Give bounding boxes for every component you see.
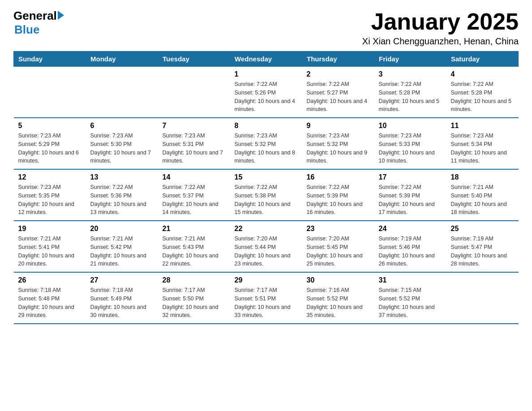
day-number: 7 [163, 122, 226, 130]
day-info: Sunrise: 7:23 AMSunset: 5:29 PMDaylight:… [18, 132, 82, 165]
calendar-cell: 1Sunrise: 7:22 AMSunset: 5:26 PMDaylight… [230, 67, 302, 118]
title-section: January 2025 Xi Xian Chengguanzhen, Hena… [362, 9, 519, 47]
day-info: Sunrise: 7:22 AMSunset: 5:28 PMDaylight:… [379, 80, 442, 114]
calendar-cell: 16Sunrise: 7:22 AMSunset: 5:39 PMDayligh… [302, 169, 374, 221]
day-number: 9 [307, 122, 370, 130]
calendar-cell: 26Sunrise: 7:18 AMSunset: 5:48 PMDayligh… [14, 272, 86, 324]
weekday-header-monday: Monday [86, 51, 158, 67]
calendar-cell: 6Sunrise: 7:23 AMSunset: 5:30 PMDaylight… [86, 118, 158, 169]
day-info: Sunrise: 7:19 AMSunset: 5:47 PMDaylight:… [451, 235, 514, 268]
calendar-cell: 15Sunrise: 7:22 AMSunset: 5:38 PMDayligh… [230, 169, 302, 221]
day-number: 22 [235, 225, 298, 233]
calendar-cell: 17Sunrise: 7:22 AMSunset: 5:39 PMDayligh… [374, 169, 446, 221]
day-number: 15 [235, 173, 298, 181]
calendar-cell: 30Sunrise: 7:16 AMSunset: 5:52 PMDayligh… [302, 272, 374, 324]
logo-general-text: General [13, 9, 57, 23]
day-number: 26 [18, 276, 82, 284]
day-info: Sunrise: 7:18 AMSunset: 5:48 PMDaylight:… [18, 286, 82, 320]
calendar-cell: 2Sunrise: 7:22 AMSunset: 5:27 PMDaylight… [302, 67, 374, 118]
day-number: 25 [451, 225, 514, 233]
day-number: 27 [90, 276, 154, 284]
calendar-table: SundayMondayTuesdayWednesdayThursdayFrid… [13, 51, 519, 324]
day-info: Sunrise: 7:21 AMSunset: 5:43 PMDaylight:… [163, 235, 226, 268]
calendar-cell: 13Sunrise: 7:22 AMSunset: 5:36 PMDayligh… [86, 169, 158, 221]
day-info: Sunrise: 7:18 AMSunset: 5:49 PMDaylight:… [90, 286, 154, 320]
logo-blue-text: Blue [14, 23, 64, 37]
calendar-cell: 24Sunrise: 7:19 AMSunset: 5:46 PMDayligh… [374, 221, 446, 272]
calendar-cell: 28Sunrise: 7:17 AMSunset: 5:50 PMDayligh… [158, 272, 230, 324]
day-info: Sunrise: 7:23 AMSunset: 5:32 PMDaylight:… [307, 132, 370, 165]
weekday-header-row: SundayMondayTuesdayWednesdayThursdayFrid… [14, 51, 519, 67]
day-info: Sunrise: 7:20 AMSunset: 5:45 PMDaylight:… [307, 235, 370, 268]
day-number: 12 [18, 173, 82, 181]
calendar-cell [14, 67, 86, 118]
day-info: Sunrise: 7:17 AMSunset: 5:51 PMDaylight:… [235, 286, 298, 320]
calendar-cell: 27Sunrise: 7:18 AMSunset: 5:49 PMDayligh… [86, 272, 158, 324]
calendar-cell: 14Sunrise: 7:22 AMSunset: 5:37 PMDayligh… [158, 169, 230, 221]
day-info: Sunrise: 7:22 AMSunset: 5:28 PMDaylight:… [451, 80, 514, 114]
day-number: 3 [379, 70, 442, 78]
day-info: Sunrise: 7:23 AMSunset: 5:34 PMDaylight:… [451, 132, 514, 165]
day-number: 30 [307, 276, 370, 284]
day-number: 13 [90, 173, 154, 181]
calendar-cell: 5Sunrise: 7:23 AMSunset: 5:29 PMDaylight… [14, 118, 86, 169]
calendar-cell: 25Sunrise: 7:19 AMSunset: 5:47 PMDayligh… [446, 221, 519, 272]
calendar-title: January 2025 [362, 9, 519, 34]
day-info: Sunrise: 7:22 AMSunset: 5:37 PMDaylight:… [163, 183, 226, 217]
day-info: Sunrise: 7:15 AMSunset: 5:52 PMDaylight:… [379, 286, 442, 320]
day-info: Sunrise: 7:19 AMSunset: 5:46 PMDaylight:… [379, 235, 442, 268]
calendar-cell [86, 67, 158, 118]
day-number: 2 [307, 70, 370, 78]
day-info: Sunrise: 7:23 AMSunset: 5:35 PMDaylight:… [18, 183, 82, 217]
calendar-cell: 11Sunrise: 7:23 AMSunset: 5:34 PMDayligh… [446, 118, 519, 169]
calendar-week-row: 5Sunrise: 7:23 AMSunset: 5:29 PMDaylight… [14, 118, 519, 169]
calendar-header: SundayMondayTuesdayWednesdayThursdayFrid… [14, 51, 519, 67]
calendar-cell: 21Sunrise: 7:21 AMSunset: 5:43 PMDayligh… [158, 221, 230, 272]
day-number: 19 [18, 225, 82, 233]
calendar-cell: 12Sunrise: 7:23 AMSunset: 5:35 PMDayligh… [14, 169, 86, 221]
logo-arrow-icon [58, 11, 64, 20]
day-number: 14 [163, 173, 226, 181]
calendar-week-row: 26Sunrise: 7:18 AMSunset: 5:48 PMDayligh… [14, 272, 519, 324]
calendar-cell: 31Sunrise: 7:15 AMSunset: 5:52 PMDayligh… [374, 272, 446, 324]
day-number: 5 [18, 122, 82, 130]
calendar-cell: 22Sunrise: 7:20 AMSunset: 5:44 PMDayligh… [230, 221, 302, 272]
day-number: 11 [451, 122, 514, 130]
day-number: 8 [235, 122, 298, 130]
day-info: Sunrise: 7:21 AMSunset: 5:40 PMDaylight:… [451, 183, 514, 217]
day-info: Sunrise: 7:22 AMSunset: 5:39 PMDaylight:… [379, 183, 442, 217]
day-number: 1 [235, 70, 298, 78]
day-number: 31 [379, 276, 442, 284]
calendar-cell: 10Sunrise: 7:23 AMSunset: 5:33 PMDayligh… [374, 118, 446, 169]
day-number: 17 [379, 173, 442, 181]
day-info: Sunrise: 7:22 AMSunset: 5:26 PMDaylight:… [235, 80, 298, 114]
day-number: 23 [307, 225, 370, 233]
calendar-week-row: 1Sunrise: 7:22 AMSunset: 5:26 PMDaylight… [14, 67, 519, 118]
day-number: 21 [163, 225, 226, 233]
calendar-cell: 23Sunrise: 7:20 AMSunset: 5:45 PMDayligh… [302, 221, 374, 272]
logo: General Blue [13, 9, 64, 37]
calendar-cell: 9Sunrise: 7:23 AMSunset: 5:32 PMDaylight… [302, 118, 374, 169]
day-info: Sunrise: 7:21 AMSunset: 5:42 PMDaylight:… [90, 235, 154, 268]
weekday-header-friday: Friday [374, 51, 446, 67]
day-number: 28 [163, 276, 226, 284]
calendar-body: 1Sunrise: 7:22 AMSunset: 5:26 PMDaylight… [14, 67, 519, 324]
calendar-cell: 20Sunrise: 7:21 AMSunset: 5:42 PMDayligh… [86, 221, 158, 272]
day-info: Sunrise: 7:17 AMSunset: 5:50 PMDaylight:… [163, 286, 226, 320]
day-info: Sunrise: 7:23 AMSunset: 5:33 PMDaylight:… [379, 132, 442, 165]
day-number: 16 [307, 173, 370, 181]
calendar-cell: 3Sunrise: 7:22 AMSunset: 5:28 PMDaylight… [374, 67, 446, 118]
calendar-cell: 18Sunrise: 7:21 AMSunset: 5:40 PMDayligh… [446, 169, 519, 221]
day-info: Sunrise: 7:21 AMSunset: 5:41 PMDaylight:… [18, 235, 82, 268]
day-info: Sunrise: 7:23 AMSunset: 5:30 PMDaylight:… [90, 132, 154, 165]
day-info: Sunrise: 7:23 AMSunset: 5:32 PMDaylight:… [235, 132, 298, 165]
calendar-week-row: 19Sunrise: 7:21 AMSunset: 5:41 PMDayligh… [14, 221, 519, 272]
day-info: Sunrise: 7:20 AMSunset: 5:44 PMDaylight:… [235, 235, 298, 268]
day-number: 4 [451, 70, 514, 78]
day-info: Sunrise: 7:22 AMSunset: 5:39 PMDaylight:… [307, 183, 370, 217]
weekday-header-thursday: Thursday [302, 51, 374, 67]
day-number: 6 [90, 122, 154, 130]
day-info: Sunrise: 7:22 AMSunset: 5:38 PMDaylight:… [235, 183, 298, 217]
calendar-cell: 8Sunrise: 7:23 AMSunset: 5:32 PMDaylight… [230, 118, 302, 169]
weekday-header-saturday: Saturday [446, 51, 519, 67]
